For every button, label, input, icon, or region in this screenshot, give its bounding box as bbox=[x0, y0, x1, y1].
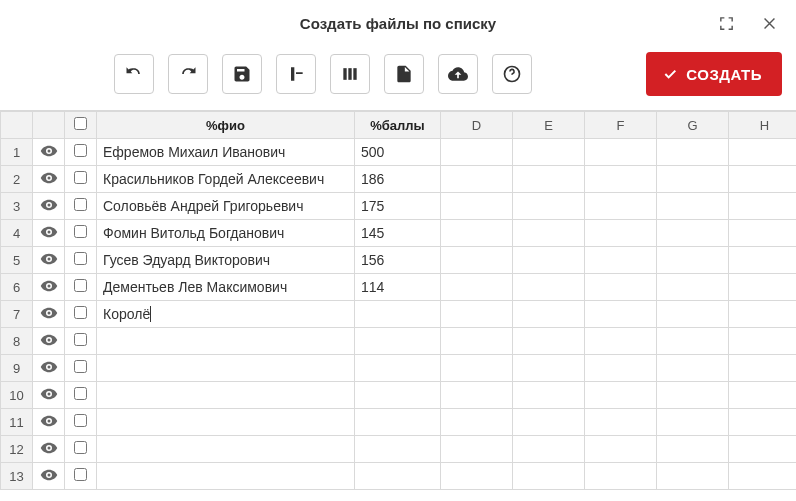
cell-f[interactable] bbox=[585, 166, 657, 193]
row-checkbox[interactable] bbox=[74, 225, 87, 238]
cell-name[interactable] bbox=[97, 463, 355, 490]
cell-score[interactable]: 186 bbox=[355, 166, 441, 193]
row-checkbox[interactable] bbox=[74, 171, 87, 184]
cell-f[interactable] bbox=[585, 436, 657, 463]
cell-name-active[interactable]: Королё bbox=[97, 301, 355, 328]
cell-score[interactable]: 145 bbox=[355, 220, 441, 247]
cell-h[interactable] bbox=[729, 301, 797, 328]
row-visibility[interactable] bbox=[33, 139, 65, 166]
row-select[interactable] bbox=[65, 355, 97, 382]
cell-name[interactable]: Дементьев Лев Максимович bbox=[97, 274, 355, 301]
header-g[interactable]: G bbox=[657, 112, 729, 139]
cell-name[interactable]: Фомин Витольд Богданович bbox=[97, 220, 355, 247]
cell-d[interactable] bbox=[441, 274, 513, 301]
cell-g[interactable] bbox=[657, 355, 729, 382]
cell-e[interactable] bbox=[513, 220, 585, 247]
row-number[interactable]: 7 bbox=[1, 301, 33, 328]
undo-button[interactable] bbox=[114, 54, 154, 94]
row-select[interactable] bbox=[65, 247, 97, 274]
cell-e[interactable] bbox=[513, 355, 585, 382]
row-number[interactable]: 10 bbox=[1, 382, 33, 409]
cell-f[interactable] bbox=[585, 301, 657, 328]
cell-h[interactable] bbox=[729, 328, 797, 355]
cell-f[interactable] bbox=[585, 247, 657, 274]
cell-name[interactable] bbox=[97, 382, 355, 409]
row-number[interactable]: 13 bbox=[1, 463, 33, 490]
header-name[interactable]: %фио bbox=[97, 112, 355, 139]
cell-g[interactable] bbox=[657, 436, 729, 463]
header-e[interactable]: E bbox=[513, 112, 585, 139]
row-select[interactable] bbox=[65, 274, 97, 301]
cell-score[interactable] bbox=[355, 355, 441, 382]
cell-g[interactable] bbox=[657, 328, 729, 355]
header-select-all[interactable] bbox=[65, 112, 97, 139]
row-visibility[interactable] bbox=[33, 355, 65, 382]
cell-name[interactable]: Красильников Гордей Алексеевич bbox=[97, 166, 355, 193]
new-doc-button[interactable] bbox=[384, 54, 424, 94]
cell-f[interactable] bbox=[585, 274, 657, 301]
row-select[interactable] bbox=[65, 301, 97, 328]
cell-g[interactable] bbox=[657, 220, 729, 247]
cell-e[interactable] bbox=[513, 409, 585, 436]
row-visibility[interactable] bbox=[33, 382, 65, 409]
row-visibility[interactable] bbox=[33, 463, 65, 490]
cell-g[interactable] bbox=[657, 139, 729, 166]
cell-e[interactable] bbox=[513, 328, 585, 355]
row-checkbox[interactable] bbox=[74, 252, 87, 265]
cell-name[interactable] bbox=[97, 328, 355, 355]
cell-e[interactable] bbox=[513, 139, 585, 166]
cell-g[interactable] bbox=[657, 301, 729, 328]
cell-f[interactable] bbox=[585, 409, 657, 436]
cell-f[interactable] bbox=[585, 220, 657, 247]
cell-d[interactable] bbox=[441, 382, 513, 409]
cell-e[interactable] bbox=[513, 274, 585, 301]
row-checkbox[interactable] bbox=[74, 387, 87, 400]
row-visibility[interactable] bbox=[33, 193, 65, 220]
cell-f[interactable] bbox=[585, 355, 657, 382]
cell-d[interactable] bbox=[441, 355, 513, 382]
cell-score[interactable]: 156 bbox=[355, 247, 441, 274]
cell-h[interactable] bbox=[729, 382, 797, 409]
cell-e[interactable] bbox=[513, 301, 585, 328]
cell-score[interactable] bbox=[355, 463, 441, 490]
cell-d[interactable] bbox=[441, 220, 513, 247]
cell-d[interactable] bbox=[441, 328, 513, 355]
cell-score[interactable] bbox=[355, 301, 441, 328]
row-number[interactable]: 2 bbox=[1, 166, 33, 193]
row-visibility[interactable] bbox=[33, 220, 65, 247]
row-checkbox[interactable] bbox=[74, 333, 87, 346]
row-visibility[interactable] bbox=[33, 247, 65, 274]
cell-g[interactable] bbox=[657, 274, 729, 301]
header-score[interactable]: %баллы bbox=[355, 112, 441, 139]
cell-score[interactable] bbox=[355, 382, 441, 409]
upload-button[interactable] bbox=[438, 54, 478, 94]
cell-e[interactable] bbox=[513, 166, 585, 193]
cell-h[interactable] bbox=[729, 166, 797, 193]
row-number[interactable]: 11 bbox=[1, 409, 33, 436]
cell-name[interactable]: Соловьёв Андрей Григорьевич bbox=[97, 193, 355, 220]
row-checkbox[interactable] bbox=[74, 441, 87, 454]
select-all-checkbox[interactable] bbox=[74, 117, 87, 130]
cell-h[interactable] bbox=[729, 247, 797, 274]
row-select[interactable] bbox=[65, 463, 97, 490]
cell-g[interactable] bbox=[657, 463, 729, 490]
cell-d[interactable] bbox=[441, 463, 513, 490]
cell-score[interactable]: 500 bbox=[355, 139, 441, 166]
row-select[interactable] bbox=[65, 220, 97, 247]
row-select[interactable] bbox=[65, 166, 97, 193]
row-number[interactable]: 5 bbox=[1, 247, 33, 274]
cell-h[interactable] bbox=[729, 436, 797, 463]
row-checkbox[interactable] bbox=[74, 468, 87, 481]
row-number[interactable]: 9 bbox=[1, 355, 33, 382]
cell-name[interactable] bbox=[97, 436, 355, 463]
cell-score[interactable] bbox=[355, 328, 441, 355]
cell-d[interactable] bbox=[441, 139, 513, 166]
cell-f[interactable] bbox=[585, 463, 657, 490]
row-number[interactable]: 8 bbox=[1, 328, 33, 355]
cell-score[interactable]: 175 bbox=[355, 193, 441, 220]
cell-f[interactable] bbox=[585, 193, 657, 220]
cell-e[interactable] bbox=[513, 247, 585, 274]
cell-score[interactable]: 114 bbox=[355, 274, 441, 301]
cell-score[interactable] bbox=[355, 409, 441, 436]
row-visibility[interactable] bbox=[33, 409, 65, 436]
